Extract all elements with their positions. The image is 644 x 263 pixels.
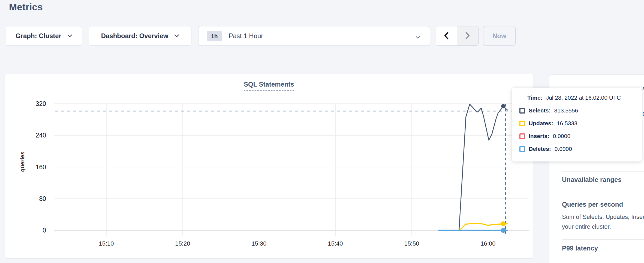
hover-dot-updates (501, 221, 506, 226)
divider (562, 239, 644, 240)
tooltip-deletes-label: Deletes: (529, 146, 551, 152)
y-tick-label: 0 (43, 227, 46, 234)
tooltip-inserts-value: 0.0000 (553, 133, 570, 139)
tooltip-updates-value: 16.5333 (557, 120, 577, 127)
sidebar-heading-p99-latency: P99 latency (562, 244, 598, 252)
chart-hover-tooltip: Time: Jul 28, 2022 at 16:02:00 UTC Selec… (512, 88, 642, 161)
now-button[interactable]: Now (483, 26, 516, 46)
deletes-series-swatch-icon (519, 146, 525, 152)
sql-statements-plot[interactable]: 15:1015:2015:3015:4015:5016:000801602403… (5, 74, 533, 258)
page-title: Metrics (9, 2, 43, 13)
time-range-badge: 1h (207, 31, 222, 41)
y-tick-label: 320 (36, 100, 46, 107)
chevron-down-icon (174, 33, 179, 38)
graph-scope-dropdown[interactable]: Graph: Cluster (6, 26, 82, 46)
divider (562, 171, 644, 172)
tooltip-inserts-label: Inserts: (529, 133, 549, 139)
sql-statements-chart-card: SQL Statements 15:1015:2015:3015:4015:50… (5, 74, 533, 259)
tooltip-selects-value: 313.5556 (554, 107, 578, 114)
sidebar-description-queries-per-second: Sum of Selects, Updates, Inser your enti… (562, 212, 644, 232)
time-range-picker[interactable]: 1h Past 1 Hour (198, 26, 430, 46)
updates-series-swatch-icon (519, 121, 525, 126)
x-tick-label: 15:50 (404, 240, 419, 247)
previous-window-button[interactable] (436, 26, 457, 45)
x-tick-label: 15:20 (175, 240, 190, 247)
x-tick-label: 15:40 (328, 240, 343, 247)
x-tick-label: 16:00 (480, 240, 495, 247)
inserts-series-swatch-icon (519, 133, 525, 139)
sidebar-heading-unavailable-ranges: Unavailable ranges (562, 176, 622, 184)
chevron-down-icon (67, 33, 72, 38)
graph-scope-label: Graph: Cluster (16, 32, 61, 40)
x-tick-label: 15:10 (99, 240, 114, 247)
y-axis-title: queries (19, 152, 25, 172)
clipped-text-fragment: a (642, 85, 644, 90)
tooltip-updates-label: Updates: (529, 120, 553, 127)
tooltip-selects-label: Selects: (529, 107, 551, 114)
metrics-toolbar: Graph: Cluster Dashboard: Overview 1h Pa… (0, 26, 644, 46)
divider (562, 196, 644, 196)
y-tick-label: 240 (36, 132, 46, 139)
selects-series-swatch-icon (519, 108, 525, 114)
tooltip-time-value: Jul 28, 2022 at 16:02:00 UTC (546, 94, 621, 101)
hover-dot-deletes (501, 228, 506, 233)
x-tick-label: 15:30 (251, 240, 266, 247)
y-tick-label: 160 (36, 164, 46, 171)
next-window-button[interactable] (457, 26, 479, 45)
y-tick-label: 80 (39, 195, 46, 202)
chevron-left-icon (444, 32, 449, 40)
chevron-down-icon (416, 35, 420, 40)
sidebar-heading-queries-per-second: Queries per second (562, 201, 623, 208)
tooltip-deletes-value: 0.0000 (555, 146, 572, 152)
time-range-label: Past 1 Hour (229, 32, 263, 40)
chevron-right-icon (465, 32, 470, 40)
clipped-link-fragment (643, 112, 644, 116)
hover-dot-selects (501, 104, 505, 108)
series-line-updates (459, 224, 508, 230)
dashboard-dropdown[interactable]: Dashboard: Overview (89, 26, 191, 46)
time-window-pager (436, 26, 479, 46)
tooltip-time-label: Time: (527, 94, 543, 101)
dashboard-label: Dashboard: Overview (101, 32, 168, 40)
